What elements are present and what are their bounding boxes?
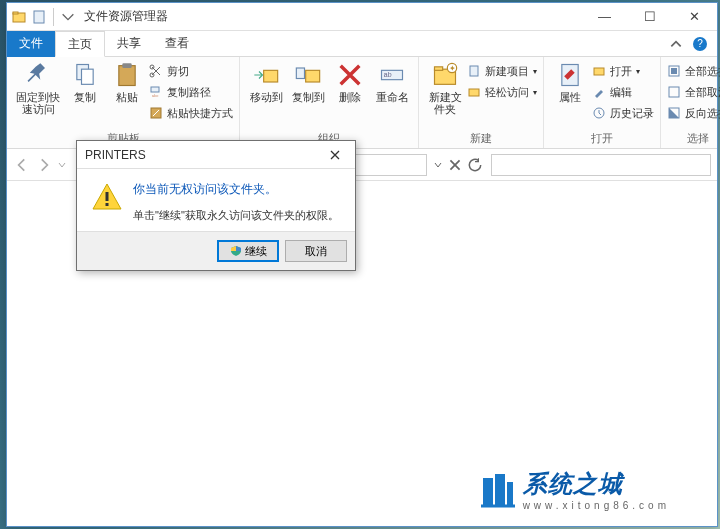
paste-icon — [113, 61, 141, 89]
svg-rect-24 — [594, 68, 604, 75]
watermark-url: www.xitong86.com — [523, 500, 670, 511]
minimize-button[interactable]: — — [582, 3, 627, 31]
qat-properties-icon[interactable] — [31, 9, 47, 25]
recent-dropdown-icon[interactable] — [57, 156, 67, 174]
ribbon-tabs: 文件 主页 共享 查看 ? — [7, 31, 717, 57]
copy-to-icon — [294, 61, 322, 89]
svg-rect-4 — [82, 69, 94, 84]
copy-button[interactable]: 复制 — [65, 59, 105, 103]
delete-icon — [336, 61, 364, 89]
maximize-button[interactable]: ☐ — [627, 3, 672, 31]
window-title: 文件资源管理器 — [84, 8, 168, 25]
address-dropdown-icon[interactable] — [433, 160, 443, 170]
tab-view[interactable]: 查看 — [153, 31, 201, 57]
help-icon[interactable]: ? — [693, 37, 707, 51]
copy-path-button[interactable]: abc复制路径 — [149, 82, 233, 102]
svg-rect-5 — [119, 66, 135, 86]
properties-icon — [556, 61, 584, 89]
copy-to-button[interactable]: 复制到 — [288, 59, 328, 103]
cut-button[interactable]: 剪切 — [149, 61, 233, 81]
new-folder-label: 新建文件夹 — [425, 91, 465, 115]
close-button[interactable]: ✕ — [672, 3, 717, 31]
ribbon: 固定到快速访问 复制 粘贴 剪切 abc复制路径 粘贴快捷方式 剪贴板 — [7, 57, 717, 149]
new-folder-icon: ✦ — [431, 61, 459, 89]
edit-button[interactable]: 编辑 — [592, 82, 654, 102]
search-box[interactable] — [491, 154, 711, 176]
watermark-logo-icon — [477, 470, 517, 510]
group-open-label: 打开 — [550, 131, 654, 148]
access-denied-dialog: PRINTERS 你当前无权访问该文件夹。 单击"继续"获取永久访问该文件夹的权… — [76, 140, 356, 271]
app-icon — [11, 9, 27, 25]
open-icon — [592, 64, 606, 78]
edit-icon — [592, 85, 606, 99]
uac-shield-icon — [230, 245, 242, 257]
copy-to-label: 复制到 — [292, 91, 325, 103]
new-item-icon — [467, 64, 481, 78]
open-button[interactable]: 打开▾ — [592, 61, 654, 81]
svg-rect-18 — [435, 67, 443, 71]
tab-file[interactable]: 文件 — [7, 31, 55, 57]
delete-label: 删除 — [339, 91, 361, 103]
svg-rect-13 — [306, 70, 320, 82]
svg-rect-1 — [13, 12, 18, 14]
cancel-button[interactable]: 取消 — [285, 240, 347, 262]
select-none-button[interactable]: 全部取消 — [667, 82, 720, 102]
watermark-title: 系统之城 — [523, 468, 670, 500]
move-to-icon — [252, 61, 280, 89]
rename-button[interactable]: ab 重命名 — [372, 59, 412, 103]
dialog-subtext: 单击"继续"获取永久访问该文件夹的权限。 — [133, 208, 339, 223]
copy-icon — [71, 61, 99, 89]
copy-path-icon: abc — [149, 85, 163, 99]
collapse-ribbon-icon[interactable] — [669, 37, 683, 51]
svg-rect-30 — [106, 192, 109, 201]
qat-separator — [53, 8, 54, 26]
warning-icon — [91, 181, 123, 213]
paste-shortcut-button[interactable]: 粘贴快捷方式 — [149, 103, 233, 123]
paste-button[interactable]: 粘贴 — [107, 59, 147, 103]
pin-icon — [24, 61, 52, 89]
new-item-button[interactable]: 新建项目▾ — [467, 61, 537, 81]
svg-rect-34 — [507, 482, 513, 506]
stop-icon[interactable] — [447, 157, 463, 173]
close-icon — [329, 149, 341, 161]
new-folder-button[interactable]: ✦ 新建文件夹 — [425, 59, 465, 115]
back-button[interactable] — [13, 156, 31, 174]
rename-icon: ab — [378, 61, 406, 89]
easy-access-button[interactable]: 轻松访问▾ — [467, 82, 537, 102]
select-all-button[interactable]: 全部选择 — [667, 61, 720, 81]
watermark: 系统之城 www.xitong86.com — [477, 468, 670, 511]
move-to-label: 移动到 — [250, 91, 283, 103]
paste-label: 粘贴 — [116, 91, 138, 103]
svg-rect-33 — [495, 474, 505, 506]
shortcut-icon — [149, 106, 163, 120]
svg-rect-9 — [151, 87, 159, 92]
svg-rect-22 — [469, 89, 479, 96]
scissors-icon — [149, 64, 163, 78]
titlebar: 文件资源管理器 — ☐ ✕ — [7, 3, 717, 31]
svg-rect-32 — [483, 478, 493, 506]
move-to-button[interactable]: 移动到 — [246, 59, 286, 103]
invert-selection-button[interactable]: 反向选择 — [667, 103, 720, 123]
svg-text:✦: ✦ — [449, 64, 456, 73]
group-select-label: 选择 — [667, 131, 720, 148]
dialog-close-button[interactable] — [323, 145, 347, 165]
invert-icon — [667, 106, 681, 120]
svg-rect-21 — [470, 66, 478, 76]
tab-share[interactable]: 共享 — [105, 31, 153, 57]
tab-home[interactable]: 主页 — [55, 31, 105, 57]
history-icon — [592, 106, 606, 120]
properties-button[interactable]: 属性 — [550, 59, 590, 103]
forward-button[interactable] — [35, 156, 53, 174]
qat-dropdown-icon[interactable] — [60, 9, 76, 25]
delete-button[interactable]: 删除 — [330, 59, 370, 103]
svg-rect-27 — [671, 68, 677, 74]
group-new-label: 新建 — [425, 131, 537, 148]
svg-rect-2 — [34, 11, 44, 23]
copy-label: 复制 — [74, 91, 96, 103]
refresh-icon[interactable] — [467, 157, 483, 173]
select-all-icon — [667, 64, 681, 78]
continue-button[interactable]: 继续 — [217, 240, 279, 262]
dialog-title-text: PRINTERS — [85, 148, 146, 162]
history-button[interactable]: 历史记录 — [592, 103, 654, 123]
pin-to-quick-access-button[interactable]: 固定到快速访问 — [13, 59, 63, 115]
